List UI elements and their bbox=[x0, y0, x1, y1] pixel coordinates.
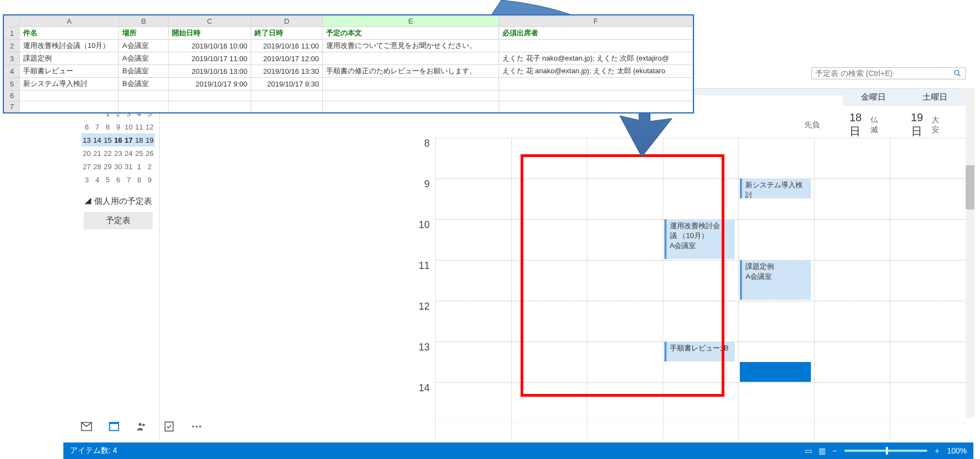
excel-col-headers[interactable]: ABCDEF bbox=[4, 16, 693, 27]
day-col-2[interactable] bbox=[511, 138, 587, 440]
status-bar: アイテム数: 4 ▭ ▥ − + 100% bbox=[63, 442, 973, 459]
excel-row-3[interactable]: 3 課題定例A会議室2019/10/17 11:002019/10/17 12:… bbox=[4, 52, 693, 65]
appt-kadai[interactable]: 課題定例A会議室 bbox=[740, 260, 811, 300]
svg-point-2 bbox=[139, 423, 142, 426]
date-19: 19日 bbox=[911, 111, 928, 139]
calendar-icon[interactable] bbox=[108, 420, 120, 434]
day-col-thu[interactable]: 新システム導入検討 課題定例A会議室 bbox=[738, 138, 814, 440]
day-col-fri[interactable] bbox=[814, 138, 890, 440]
search-icon[interactable] bbox=[953, 69, 962, 78]
search-input[interactable] bbox=[815, 69, 953, 78]
zoom-in[interactable]: + bbox=[932, 446, 943, 455]
zoom-out[interactable]: − bbox=[829, 446, 840, 455]
excel-row-5[interactable]: 5 新システム導入検討B会議室2019/10/17 9:002019/10/17… bbox=[4, 78, 693, 90]
appt-kaizen[interactable]: 運用改善検討会議 （10月）A会議室 bbox=[664, 219, 735, 259]
people-icon[interactable] bbox=[136, 420, 148, 434]
excel-row-4[interactable]: 4 手順書レビューB会議室2019/10/16 13:002019/10/16 … bbox=[4, 65, 693, 78]
svg-point-3 bbox=[142, 424, 145, 426]
zoom-slider[interactable] bbox=[844, 450, 927, 452]
day-col-sat[interactable] bbox=[890, 138, 966, 440]
calendar-list-title[interactable]: ◢ 個人用の予定表 bbox=[84, 193, 153, 210]
day-col-wed[interactable]: 運用改善検討会議 （10月）A会議室 手順書レビュー; B bbox=[663, 138, 739, 440]
calendar-list-item[interactable]: 予定表 bbox=[84, 212, 153, 229]
excel-row-7[interactable]: 7 bbox=[4, 101, 693, 112]
scrollbar[interactable] bbox=[966, 88, 974, 418]
view-normal-icon[interactable]: ▭ bbox=[802, 446, 815, 455]
search-box[interactable] bbox=[811, 67, 966, 79]
svg-rect-1 bbox=[110, 424, 118, 430]
excel-header-row[interactable]: 1 件名場所開始日時終了日時予定の本文必須出席者 bbox=[4, 27, 693, 40]
svg-point-8 bbox=[955, 71, 959, 75]
zoom-level: 100% bbox=[943, 446, 967, 455]
excel-table[interactable]: ABCDEF 1 件名場所開始日時終了日時予定の本文必須出席者 2 運用改善検討… bbox=[4, 15, 693, 112]
day-header-sat: 土曜日 bbox=[905, 88, 966, 106]
appt-review[interactable]: 手順書レビュー; B bbox=[664, 342, 735, 361]
date-18: 18日 bbox=[849, 111, 866, 139]
excel-row-6[interactable]: 6 bbox=[4, 90, 693, 101]
excel-overlay: ABCDEF 1 件名場所開始日時終了日時予定の本文必須出席者 2 運用改善検討… bbox=[3, 14, 694, 114]
nav-icons bbox=[77, 415, 159, 440]
appt-newsystem[interactable]: 新システム導入検討 bbox=[740, 179, 811, 198]
day-header-fri: 金曜日 bbox=[843, 88, 905, 106]
appt-selected[interactable] bbox=[740, 362, 811, 382]
excel-row-2[interactable]: 2 運用改善検討会議（10月）A会議室2019/10/16 10:002019/… bbox=[4, 40, 693, 52]
time-axis: 891011121314 bbox=[402, 138, 435, 440]
view-reading-icon[interactable]: ▥ bbox=[815, 446, 829, 455]
day-col-1[interactable] bbox=[435, 138, 511, 440]
mail-icon[interactable] bbox=[80, 420, 93, 434]
item-count: アイテム数: 4 bbox=[70, 446, 117, 456]
day-col-3[interactable] bbox=[587, 138, 663, 440]
